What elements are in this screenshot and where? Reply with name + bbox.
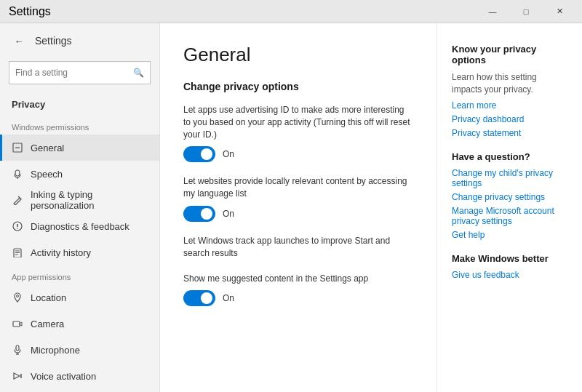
manage-account-link[interactable]: Manage Microsoft account privacy setting… <box>452 206 567 226</box>
sidebar: ← Settings 🔍 Privacy Windows permissions… <box>0 23 160 392</box>
sidebar-item-location[interactable]: Location <box>0 284 159 311</box>
speech-label: Speech <box>31 169 63 180</box>
diagnostics-label: Diagnostics & feedback <box>31 221 129 232</box>
sidebar-item-microphone[interactable]: Microphone <box>0 337 159 363</box>
setting-suggested: Show me suggested content in the Setting… <box>183 273 413 307</box>
language-description: Let websites provide locally relevant co… <box>183 175 413 200</box>
setting-tracking: Let Windows track app launches to improv… <box>183 235 413 260</box>
microphone-icon <box>12 344 23 356</box>
privacy-statement-link[interactable]: Privacy statement <box>452 128 567 138</box>
sidebar-item-camera[interactable]: Camera <box>0 311 159 337</box>
main-content: General Change privacy options Let apps … <box>160 23 582 392</box>
location-icon <box>12 292 23 303</box>
language-toggle-row: On <box>183 206 413 222</box>
language-toggle-label: On <box>223 209 234 219</box>
app-permissions-label: App permissions <box>0 265 159 284</box>
voice-icon <box>12 370 23 382</box>
privacy-dashboard-link[interactable]: Privacy dashboard <box>452 114 567 124</box>
question-title: Have a question? <box>452 151 567 162</box>
suggested-toggle[interactable] <box>183 290 215 306</box>
suggested-toggle-row: On <box>183 290 413 306</box>
setting-advertising: Let apps use advertising ID to make ads … <box>183 104 413 162</box>
page-title: General <box>183 44 413 66</box>
get-help-link[interactable]: Get help <box>452 230 567 240</box>
advertising-toggle[interactable] <box>183 146 215 162</box>
svg-point-12 <box>17 295 19 297</box>
minimize-button[interactable]: — <box>476 0 509 23</box>
svg-point-2 <box>15 170 20 176</box>
svg-marker-17 <box>14 373 20 379</box>
voice-label: Voice activation <box>31 371 96 382</box>
feedback-link[interactable]: Give us feedback <box>452 270 567 280</box>
titlebar-left: Settings <box>9 5 51 18</box>
titlebar-title: Settings <box>9 5 51 18</box>
camera-label: Camera <box>31 319 64 329</box>
search-icon: 🔍 <box>133 68 144 78</box>
main-window: ← Settings 🔍 Privacy Windows permissions… <box>0 23 582 392</box>
activity-label: Activity history <box>31 247 91 258</box>
general-icon <box>12 142 23 153</box>
suggested-toggle-label: On <box>223 293 234 303</box>
sidebar-header: ← Settings <box>0 23 159 58</box>
location-label: Location <box>31 292 66 303</box>
learn-more-link[interactable]: Learn more <box>452 100 567 111</box>
search-input[interactable] <box>15 68 133 78</box>
section-title: Change privacy options <box>183 81 413 92</box>
sidebar-item-inking[interactable]: Inking & typing personalization <box>0 187 159 213</box>
sidebar-item-general[interactable]: General <box>0 135 159 161</box>
setting-language: Let websites provide locally relevant co… <box>183 175 413 222</box>
speech-icon <box>12 168 23 180</box>
maximize-button[interactable]: □ <box>509 0 543 23</box>
titlebar-controls: — □ ✕ <box>476 0 576 23</box>
better-title: Make Windows better <box>452 253 567 264</box>
microphone-label: Microphone <box>31 345 80 356</box>
know-title: Know your privacy options <box>452 44 567 65</box>
advertising-toggle-label: On <box>223 149 234 159</box>
inking-label: Inking & typing personalization <box>31 189 148 211</box>
inking-icon <box>12 194 23 206</box>
right-panel: Know your privacy options Learn how this… <box>436 23 582 392</box>
sidebar-item-diagnostics[interactable]: Diagnostics & feedback <box>0 213 159 239</box>
content-area: General Change privacy options Let apps … <box>160 23 436 392</box>
sidebar-item-voice[interactable]: Voice activation <box>0 363 159 389</box>
tracking-description: Let Windows track app launches to improv… <box>183 235 413 260</box>
app-title: Settings <box>35 35 72 47</box>
svg-rect-13 <box>13 321 20 327</box>
privacy-label: Privacy <box>0 93 159 116</box>
change-privacy-link[interactable]: Change privacy settings <box>452 192 567 202</box>
svg-rect-14 <box>16 345 19 351</box>
windows-permissions-label: Windows permissions <box>0 116 159 135</box>
suggested-description: Show me suggested content in the Setting… <box>183 273 413 285</box>
advertising-description: Let apps use advertising ID to make ads … <box>183 104 413 140</box>
language-toggle[interactable] <box>183 206 215 222</box>
camera-icon <box>12 318 23 329</box>
know-text: Learn how this setting impacts your priv… <box>452 71 567 96</box>
childs-privacy-link[interactable]: Change my child's privacy settings <box>452 168 567 188</box>
advertising-toggle-row: On <box>183 146 413 162</box>
sidebar-item-activity[interactable]: Activity history <box>0 239 159 265</box>
diagnostics-icon <box>12 220 23 232</box>
titlebar: Settings — □ ✕ <box>0 0 582 23</box>
sidebar-item-speech[interactable]: Speech <box>0 161 159 187</box>
svg-point-7 <box>17 228 17 228</box>
general-label: General <box>31 143 64 153</box>
back-button[interactable]: ← <box>9 31 29 51</box>
close-button[interactable]: ✕ <box>543 0 576 23</box>
activity-icon <box>12 247 23 258</box>
search-box[interactable]: 🔍 <box>9 61 151 84</box>
